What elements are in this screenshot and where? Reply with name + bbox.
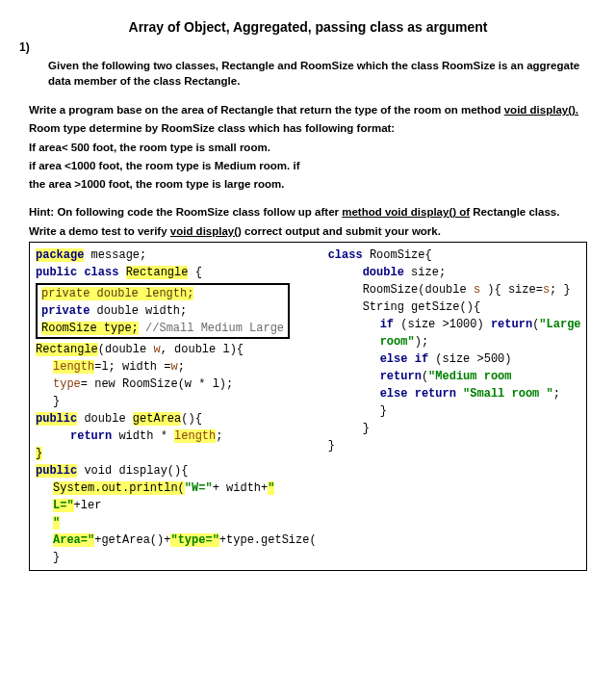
brace3: }: [53, 551, 60, 564]
kw-return: return: [70, 429, 112, 443]
hint-a: Hint: On following code the RoomSize cla…: [29, 206, 342, 218]
write-a: Write a demo test to verify: [29, 225, 170, 237]
kw-return3: return: [380, 370, 422, 383]
str-type: "type=": [170, 533, 218, 547]
t: message;: [84, 248, 146, 262]
hint-c: Rectangle class.: [470, 206, 559, 218]
t: =l; width =: [94, 360, 170, 374]
str-w: "W=": [185, 481, 213, 495]
hint-b: method void display() of: [342, 206, 470, 218]
brace2: }: [36, 447, 42, 460]
t: ){ size=: [480, 283, 543, 297]
write-b: void display(): [170, 225, 242, 237]
t: );: [415, 335, 428, 349]
ctor-rectangle: Rectangle: [36, 343, 98, 356]
t: +getArea()+: [94, 533, 170, 547]
field-length2: length: [174, 429, 216, 443]
paragraph-4: if area <1000 foot, the room type is Med…: [29, 158, 587, 174]
kw-public2: public: [36, 412, 77, 426]
kw-elseif: else if: [380, 352, 428, 366]
t: void display(){: [77, 464, 188, 478]
field-box: private double length; private double wi…: [36, 283, 290, 339]
brace-r3: }: [328, 439, 335, 453]
getsize-sig: String getSize(){: [363, 300, 480, 314]
t: ; }: [550, 283, 571, 297]
paragraph-5: the area >1000 foot, the room type is la…: [29, 176, 587, 193]
write-line: Write a demo test to verify void display…: [29, 223, 587, 240]
t: (size >500): [428, 352, 511, 366]
kw-package: package: [36, 248, 84, 262]
class-rectangle: Rectangle: [126, 266, 189, 279]
str-area: " Area=": [53, 516, 94, 547]
method-getarea: getArea: [133, 412, 181, 426]
t: (size >1000): [394, 318, 491, 331]
private-length: private double length;: [41, 287, 193, 300]
kw-return2: return: [491, 318, 532, 331]
param-w: w: [153, 343, 160, 356]
brace-r2: }: [363, 422, 370, 435]
code-block: package message; public class Rectangle …: [29, 242, 587, 571]
sysout: System.out.println(: [53, 481, 185, 495]
page-title: Array of Object, Aggregated, passing cla…: [29, 19, 587, 35]
comment: //Small Medium Large: [139, 322, 284, 335]
kw-if: if: [380, 318, 394, 331]
ctor-roomsize: RoomSize(double: [363, 283, 474, 297]
paragraph-1: Write a program base on the area of Rect…: [29, 102, 587, 118]
field-type: type: [53, 377, 81, 391]
paragraph-2: Room type determine by RoomSize class wh…: [29, 120, 587, 137]
t: size;: [404, 266, 446, 279]
str-small: "Small room ": [463, 387, 553, 401]
kw-public-class: public class: [36, 266, 126, 279]
t: , double l){: [161, 343, 244, 356]
t: (double: [98, 343, 154, 356]
param-s: s: [474, 283, 480, 297]
t: ;: [216, 429, 222, 443]
t: double: [77, 412, 133, 426]
p1-method: void display().: [504, 104, 578, 116]
kw-else: else return: [380, 387, 463, 401]
t: double width;: [90, 304, 187, 318]
brace-r1: }: [380, 404, 387, 418]
kw-double: double: [363, 266, 404, 279]
t: (){: [181, 412, 202, 426]
t: ;: [553, 387, 560, 401]
code-right-column: class RoomSize{ double size; RoomSize(do…: [322, 243, 601, 570]
brace: }: [53, 395, 60, 408]
t: (: [422, 370, 428, 383]
question-number: 1): [19, 40, 587, 54]
p1-text: Write a program base on the area of Rect…: [29, 104, 504, 116]
t: = new RoomSize(w * l);: [81, 377, 233, 391]
hint-line: Hint: On following code the RoomSize cla…: [29, 204, 587, 220]
kw-class: class: [328, 248, 363, 262]
t: + width+: [213, 481, 269, 495]
intro-text: Given the following two classes, Rectang…: [48, 58, 587, 89]
t: RoomSize{: [363, 248, 432, 262]
var-w: w: [170, 360, 177, 374]
t: +type.getSize(: [219, 533, 317, 547]
kw-public3: public: [36, 464, 77, 478]
t: width *: [112, 429, 174, 443]
code-left-column: package message; public class Rectangle …: [30, 243, 322, 570]
t: +ler: [74, 499, 102, 512]
field-length: length: [53, 360, 94, 374]
kw-private: private: [41, 304, 90, 318]
t: ;: [178, 360, 185, 374]
roomsize-type: RoomSize type;: [41, 322, 139, 335]
write-c: correct output and submit your work.: [242, 225, 441, 237]
paragraph-3: If area< 500 foot, the room type is smal…: [29, 140, 587, 156]
t: {: [188, 266, 201, 279]
str-medium: "Medium room: [428, 370, 511, 383]
